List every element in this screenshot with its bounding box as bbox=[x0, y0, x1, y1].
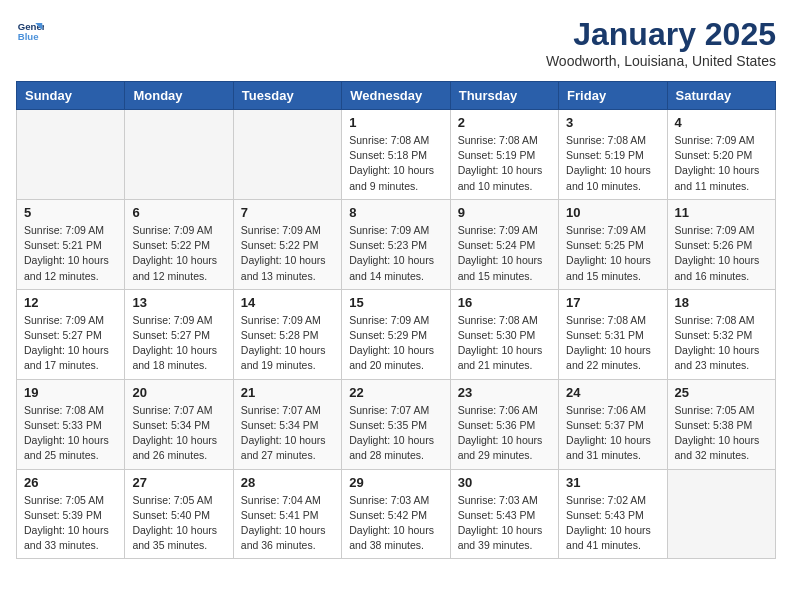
weekday-header: Friday bbox=[559, 82, 667, 110]
day-number: 26 bbox=[24, 475, 117, 490]
calendar-cell: 14Sunrise: 7:09 AM Sunset: 5:28 PM Dayli… bbox=[233, 289, 341, 379]
calendar-cell: 16Sunrise: 7:08 AM Sunset: 5:30 PM Dayli… bbox=[450, 289, 558, 379]
day-info: Sunrise: 7:08 AM Sunset: 5:19 PM Dayligh… bbox=[566, 133, 659, 194]
calendar-week-row: 5Sunrise: 7:09 AM Sunset: 5:21 PM Daylig… bbox=[17, 199, 776, 289]
calendar-cell: 5Sunrise: 7:09 AM Sunset: 5:21 PM Daylig… bbox=[17, 199, 125, 289]
day-number: 24 bbox=[566, 385, 659, 400]
logo: General Blue bbox=[16, 16, 44, 44]
calendar-cell: 6Sunrise: 7:09 AM Sunset: 5:22 PM Daylig… bbox=[125, 199, 233, 289]
calendar-cell: 8Sunrise: 7:09 AM Sunset: 5:23 PM Daylig… bbox=[342, 199, 450, 289]
day-info: Sunrise: 7:07 AM Sunset: 5:35 PM Dayligh… bbox=[349, 403, 442, 464]
calendar-week-row: 19Sunrise: 7:08 AM Sunset: 5:33 PM Dayli… bbox=[17, 379, 776, 469]
day-info: Sunrise: 7:09 AM Sunset: 5:20 PM Dayligh… bbox=[675, 133, 768, 194]
calendar-cell: 20Sunrise: 7:07 AM Sunset: 5:34 PM Dayli… bbox=[125, 379, 233, 469]
calendar-cell: 15Sunrise: 7:09 AM Sunset: 5:29 PM Dayli… bbox=[342, 289, 450, 379]
day-number: 5 bbox=[24, 205, 117, 220]
logo-icon: General Blue bbox=[16, 16, 44, 44]
day-info: Sunrise: 7:08 AM Sunset: 5:33 PM Dayligh… bbox=[24, 403, 117, 464]
day-info: Sunrise: 7:09 AM Sunset: 5:22 PM Dayligh… bbox=[241, 223, 334, 284]
day-number: 15 bbox=[349, 295, 442, 310]
page-header: General Blue January 2025 Woodworth, Lou… bbox=[16, 16, 776, 69]
calendar-cell bbox=[667, 469, 775, 559]
day-number: 30 bbox=[458, 475, 551, 490]
day-info: Sunrise: 7:07 AM Sunset: 5:34 PM Dayligh… bbox=[241, 403, 334, 464]
calendar-week-row: 26Sunrise: 7:05 AM Sunset: 5:39 PM Dayli… bbox=[17, 469, 776, 559]
calendar-week-row: 12Sunrise: 7:09 AM Sunset: 5:27 PM Dayli… bbox=[17, 289, 776, 379]
calendar-cell: 30Sunrise: 7:03 AM Sunset: 5:43 PM Dayli… bbox=[450, 469, 558, 559]
calendar-cell: 19Sunrise: 7:08 AM Sunset: 5:33 PM Dayli… bbox=[17, 379, 125, 469]
day-info: Sunrise: 7:09 AM Sunset: 5:23 PM Dayligh… bbox=[349, 223, 442, 284]
day-info: Sunrise: 7:09 AM Sunset: 5:27 PM Dayligh… bbox=[132, 313, 225, 374]
day-info: Sunrise: 7:09 AM Sunset: 5:22 PM Dayligh… bbox=[132, 223, 225, 284]
calendar-cell: 24Sunrise: 7:06 AM Sunset: 5:37 PM Dayli… bbox=[559, 379, 667, 469]
day-info: Sunrise: 7:06 AM Sunset: 5:37 PM Dayligh… bbox=[566, 403, 659, 464]
day-number: 28 bbox=[241, 475, 334, 490]
day-number: 18 bbox=[675, 295, 768, 310]
weekday-header: Sunday bbox=[17, 82, 125, 110]
day-number: 16 bbox=[458, 295, 551, 310]
day-info: Sunrise: 7:09 AM Sunset: 5:25 PM Dayligh… bbox=[566, 223, 659, 284]
day-info: Sunrise: 7:08 AM Sunset: 5:18 PM Dayligh… bbox=[349, 133, 442, 194]
day-number: 8 bbox=[349, 205, 442, 220]
calendar-cell: 31Sunrise: 7:02 AM Sunset: 5:43 PM Dayli… bbox=[559, 469, 667, 559]
day-info: Sunrise: 7:09 AM Sunset: 5:26 PM Dayligh… bbox=[675, 223, 768, 284]
day-number: 3 bbox=[566, 115, 659, 130]
day-number: 7 bbox=[241, 205, 334, 220]
weekday-header: Wednesday bbox=[342, 82, 450, 110]
weekday-header: Tuesday bbox=[233, 82, 341, 110]
day-number: 11 bbox=[675, 205, 768, 220]
day-number: 23 bbox=[458, 385, 551, 400]
day-number: 12 bbox=[24, 295, 117, 310]
calendar-cell: 10Sunrise: 7:09 AM Sunset: 5:25 PM Dayli… bbox=[559, 199, 667, 289]
day-info: Sunrise: 7:02 AM Sunset: 5:43 PM Dayligh… bbox=[566, 493, 659, 554]
day-number: 10 bbox=[566, 205, 659, 220]
day-number: 27 bbox=[132, 475, 225, 490]
calendar-cell: 3Sunrise: 7:08 AM Sunset: 5:19 PM Daylig… bbox=[559, 110, 667, 200]
calendar-title: January 2025 bbox=[546, 16, 776, 53]
day-number: 19 bbox=[24, 385, 117, 400]
day-number: 14 bbox=[241, 295, 334, 310]
calendar-cell: 7Sunrise: 7:09 AM Sunset: 5:22 PM Daylig… bbox=[233, 199, 341, 289]
day-number: 2 bbox=[458, 115, 551, 130]
day-info: Sunrise: 7:05 AM Sunset: 5:40 PM Dayligh… bbox=[132, 493, 225, 554]
day-info: Sunrise: 7:08 AM Sunset: 5:19 PM Dayligh… bbox=[458, 133, 551, 194]
calendar-cell: 28Sunrise: 7:04 AM Sunset: 5:41 PM Dayli… bbox=[233, 469, 341, 559]
day-number: 29 bbox=[349, 475, 442, 490]
day-info: Sunrise: 7:07 AM Sunset: 5:34 PM Dayligh… bbox=[132, 403, 225, 464]
calendar-cell: 12Sunrise: 7:09 AM Sunset: 5:27 PM Dayli… bbox=[17, 289, 125, 379]
day-info: Sunrise: 7:09 AM Sunset: 5:27 PM Dayligh… bbox=[24, 313, 117, 374]
day-number: 31 bbox=[566, 475, 659, 490]
calendar-subtitle: Woodworth, Louisiana, United States bbox=[546, 53, 776, 69]
day-number: 17 bbox=[566, 295, 659, 310]
calendar-cell: 22Sunrise: 7:07 AM Sunset: 5:35 PM Dayli… bbox=[342, 379, 450, 469]
calendar-cell: 26Sunrise: 7:05 AM Sunset: 5:39 PM Dayli… bbox=[17, 469, 125, 559]
day-number: 13 bbox=[132, 295, 225, 310]
day-number: 20 bbox=[132, 385, 225, 400]
title-block: January 2025 Woodworth, Louisiana, Unite… bbox=[546, 16, 776, 69]
calendar-cell bbox=[233, 110, 341, 200]
svg-text:Blue: Blue bbox=[18, 31, 39, 42]
calendar-cell: 21Sunrise: 7:07 AM Sunset: 5:34 PM Dayli… bbox=[233, 379, 341, 469]
calendar-cell: 13Sunrise: 7:09 AM Sunset: 5:27 PM Dayli… bbox=[125, 289, 233, 379]
day-number: 4 bbox=[675, 115, 768, 130]
day-info: Sunrise: 7:06 AM Sunset: 5:36 PM Dayligh… bbox=[458, 403, 551, 464]
calendar-cell: 11Sunrise: 7:09 AM Sunset: 5:26 PM Dayli… bbox=[667, 199, 775, 289]
day-info: Sunrise: 7:04 AM Sunset: 5:41 PM Dayligh… bbox=[241, 493, 334, 554]
calendar-cell: 17Sunrise: 7:08 AM Sunset: 5:31 PM Dayli… bbox=[559, 289, 667, 379]
day-number: 6 bbox=[132, 205, 225, 220]
calendar-table: SundayMondayTuesdayWednesdayThursdayFrid… bbox=[16, 81, 776, 559]
day-info: Sunrise: 7:09 AM Sunset: 5:21 PM Dayligh… bbox=[24, 223, 117, 284]
day-info: Sunrise: 7:03 AM Sunset: 5:42 PM Dayligh… bbox=[349, 493, 442, 554]
weekday-header-row: SundayMondayTuesdayWednesdayThursdayFrid… bbox=[17, 82, 776, 110]
weekday-header: Thursday bbox=[450, 82, 558, 110]
calendar-cell: 27Sunrise: 7:05 AM Sunset: 5:40 PM Dayli… bbox=[125, 469, 233, 559]
calendar-cell bbox=[125, 110, 233, 200]
day-info: Sunrise: 7:09 AM Sunset: 5:28 PM Dayligh… bbox=[241, 313, 334, 374]
calendar-cell: 4Sunrise: 7:09 AM Sunset: 5:20 PM Daylig… bbox=[667, 110, 775, 200]
calendar-cell: 9Sunrise: 7:09 AM Sunset: 5:24 PM Daylig… bbox=[450, 199, 558, 289]
day-number: 1 bbox=[349, 115, 442, 130]
day-number: 25 bbox=[675, 385, 768, 400]
day-number: 21 bbox=[241, 385, 334, 400]
day-info: Sunrise: 7:03 AM Sunset: 5:43 PM Dayligh… bbox=[458, 493, 551, 554]
weekday-header: Saturday bbox=[667, 82, 775, 110]
